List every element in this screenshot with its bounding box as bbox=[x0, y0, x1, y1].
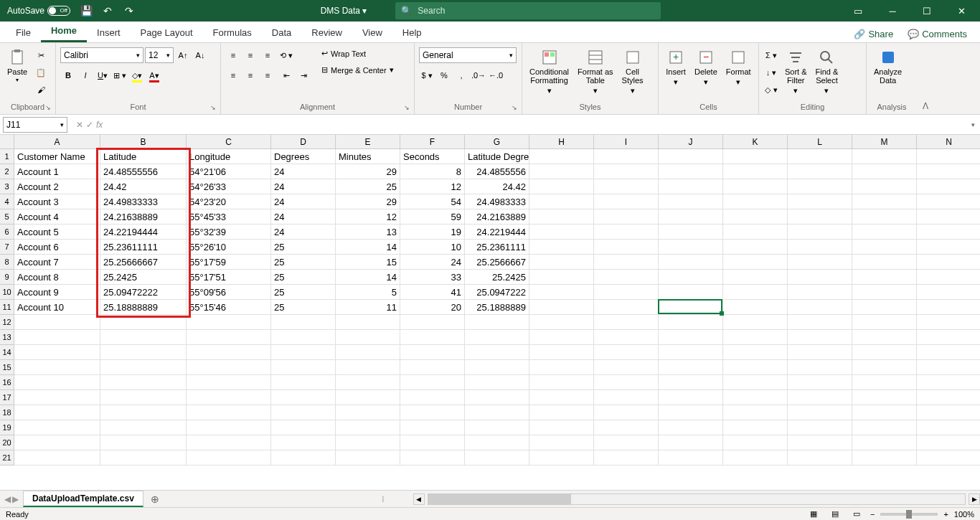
cell[interactable] bbox=[723, 240, 788, 255]
cell[interactable]: 11 bbox=[336, 300, 400, 315]
search-box[interactable]: 🔍 bbox=[395, 2, 661, 19]
cell[interactable] bbox=[271, 420, 336, 435]
cell[interactable] bbox=[100, 375, 187, 390]
horizontal-scrollbar[interactable]: ◀ ▶ bbox=[413, 493, 980, 505]
cell[interactable] bbox=[400, 405, 465, 420]
cell[interactable] bbox=[723, 360, 788, 375]
cell[interactable] bbox=[852, 179, 917, 194]
row-header[interactable]: 18 bbox=[0, 405, 14, 420]
cell[interactable] bbox=[336, 405, 400, 420]
italic-icon[interactable]: I bbox=[77, 67, 93, 83]
column-header[interactable]: B bbox=[100, 135, 187, 149]
merge-center-button[interactable]: ⊟ Merge & Center ▾ bbox=[319, 64, 397, 76]
cell[interactable] bbox=[271, 315, 336, 330]
cell[interactable] bbox=[659, 300, 723, 315]
cell[interactable] bbox=[529, 375, 594, 390]
column-header[interactable]: E bbox=[336, 135, 400, 149]
align-right-icon[interactable]: ≡ bbox=[260, 67, 275, 83]
row-header[interactable]: 16 bbox=[0, 375, 14, 390]
cell[interactable]: 24 bbox=[271, 194, 336, 209]
cell[interactable] bbox=[594, 285, 659, 300]
cell[interactable] bbox=[788, 240, 852, 255]
column-header[interactable]: F bbox=[400, 135, 465, 149]
comments-button[interactable]: 💬 Comments bbox=[900, 26, 974, 42]
clear-icon[interactable]: ◇ ▾ bbox=[763, 82, 779, 98]
cell[interactable] bbox=[723, 420, 788, 435]
cell[interactable] bbox=[529, 315, 594, 330]
cell[interactable] bbox=[852, 224, 917, 240]
cell[interactable] bbox=[723, 149, 788, 164]
cell[interactable]: 12 bbox=[336, 209, 400, 224]
page-layout-view-icon[interactable]: ▤ bbox=[827, 509, 843, 520]
cell[interactable]: 25 bbox=[271, 300, 336, 315]
column-header[interactable]: I bbox=[594, 135, 659, 149]
sheet-nav-next-icon[interactable]: ▶ bbox=[12, 494, 19, 504]
cell[interactable] bbox=[529, 209, 594, 224]
format-as-table-button[interactable]: Format as Table▾ bbox=[575, 47, 616, 97]
tab-insert[interactable]: Insert bbox=[87, 23, 131, 42]
cell[interactable]: 55°09'56 bbox=[187, 285, 271, 300]
cell[interactable] bbox=[788, 285, 852, 300]
cell[interactable]: 54°23'20 bbox=[187, 194, 271, 209]
sheet-nav-prev-icon[interactable]: ◀ bbox=[4, 494, 11, 504]
cell[interactable]: 8 bbox=[400, 164, 465, 179]
cell[interactable] bbox=[529, 300, 594, 315]
cell[interactable]: 24 bbox=[271, 224, 336, 240]
cell[interactable] bbox=[14, 330, 100, 345]
row-header[interactable]: 7 bbox=[0, 240, 14, 255]
cell[interactable]: 29 bbox=[336, 164, 400, 179]
cell[interactable] bbox=[852, 420, 917, 435]
row-header[interactable]: 14 bbox=[0, 345, 14, 360]
zoom-level[interactable]: 100% bbox=[954, 510, 974, 519]
cell[interactable]: Seconds bbox=[400, 149, 465, 164]
cell[interactable] bbox=[187, 420, 271, 435]
delete-cells-button[interactable]: −Delete▾ bbox=[692, 47, 720, 88]
cell[interactable] bbox=[336, 435, 400, 450]
decrease-decimal-icon[interactable]: ←.0 bbox=[488, 67, 504, 83]
number-launcher-icon[interactable]: ↘ bbox=[512, 104, 517, 111]
cell[interactable] bbox=[465, 390, 529, 405]
cell[interactable] bbox=[529, 270, 594, 285]
cell[interactable]: 25 bbox=[271, 285, 336, 300]
align-center-icon[interactable]: ≡ bbox=[242, 67, 258, 83]
cell[interactable] bbox=[723, 194, 788, 209]
cell[interactable]: 25.18888889 bbox=[100, 300, 187, 315]
select-all-corner[interactable] bbox=[0, 135, 14, 149]
cell[interactable]: 24.42 bbox=[465, 179, 529, 194]
cell[interactable] bbox=[465, 360, 529, 375]
cell[interactable] bbox=[917, 405, 980, 420]
row-header[interactable]: 20 bbox=[0, 435, 14, 450]
cell[interactable]: 25.2425 bbox=[100, 270, 187, 285]
cell[interactable] bbox=[529, 179, 594, 194]
cell[interactable] bbox=[852, 149, 917, 164]
cell[interactable] bbox=[465, 405, 529, 420]
cell[interactable] bbox=[788, 255, 852, 270]
row-header[interactable]: 11 bbox=[0, 300, 14, 315]
cell[interactable] bbox=[271, 375, 336, 390]
cell[interactable] bbox=[852, 240, 917, 255]
cell[interactable] bbox=[100, 390, 187, 405]
cut-icon[interactable]: ✂ bbox=[33, 47, 49, 63]
cell[interactable] bbox=[271, 450, 336, 465]
cell[interactable]: 25.09472222 bbox=[100, 285, 187, 300]
column-header[interactable]: J bbox=[659, 135, 723, 149]
cell[interactable] bbox=[917, 270, 980, 285]
cell[interactable] bbox=[594, 300, 659, 315]
cell[interactable]: 25 bbox=[271, 270, 336, 285]
column-header[interactable]: H bbox=[529, 135, 594, 149]
cell[interactable] bbox=[723, 209, 788, 224]
cell[interactable] bbox=[852, 255, 917, 270]
cell[interactable]: 25.1888889 bbox=[465, 300, 529, 315]
cell[interactable] bbox=[187, 390, 271, 405]
cell[interactable]: 10 bbox=[400, 240, 465, 255]
align-top-icon[interactable]: ≡ bbox=[225, 47, 241, 63]
cell[interactable] bbox=[917, 330, 980, 345]
cell[interactable] bbox=[400, 330, 465, 345]
format-painter-icon[interactable]: 🖌 bbox=[33, 82, 49, 98]
cell[interactable] bbox=[788, 209, 852, 224]
cell[interactable] bbox=[852, 194, 917, 209]
cell[interactable] bbox=[465, 315, 529, 330]
cell[interactable] bbox=[917, 240, 980, 255]
cell[interactable] bbox=[852, 360, 917, 375]
cell[interactable] bbox=[788, 435, 852, 450]
